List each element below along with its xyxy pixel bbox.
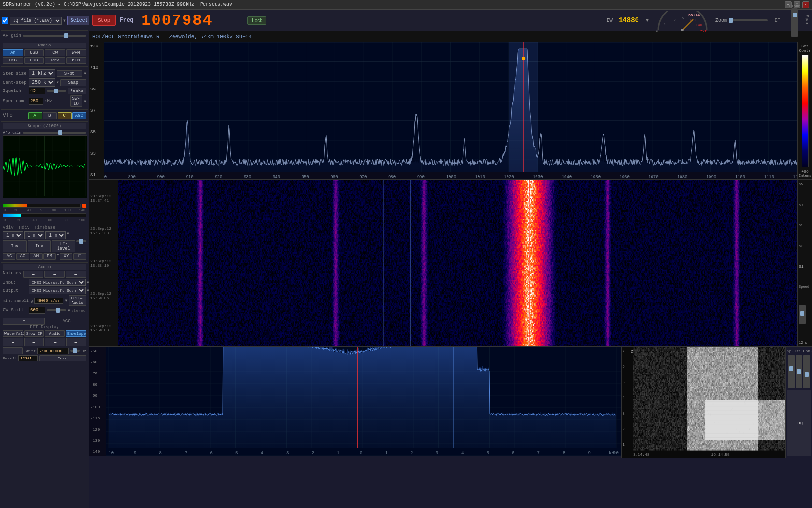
squelch-label: Squelch: [3, 89, 27, 93]
notches-row: Notches ▬ ▬ ▬: [3, 271, 86, 278]
btn2[interactable]: ▬: [24, 338, 44, 346]
speed-slider[interactable]: [799, 305, 806, 324]
notch3-button[interactable]: ▬: [66, 271, 86, 278]
scope-display: [3, 135, 87, 198]
envelope-button[interactable]: Envelope: [66, 330, 86, 337]
btn4[interactable]: ▬: [66, 338, 87, 346]
filter-audio-button[interactable]: Filter Audio: [69, 295, 86, 306]
svg-text:3: 3: [656, 29, 658, 32]
spectrum-input[interactable]: [29, 98, 43, 105]
scope-val-row: 1 mV 1 mV 1 ms ▼: [3, 231, 86, 239]
input-select[interactable]: IMEI Microsoft Soun: [29, 279, 86, 286]
hdiv-select[interactable]: 1 mV: [24, 231, 44, 239]
output-label: Output: [3, 288, 27, 293]
plus-button[interactable]: +: [3, 318, 45, 325]
xy-extra-button[interactable]: □: [73, 253, 86, 260]
show-if-button[interactable]: Show IF: [24, 330, 44, 337]
waterfall-time-labels: 23:Sep:12 15:57:41 23:Sep:12 15:57:38 23…: [89, 180, 118, 346]
cw-shift-row: CW Shift ▼ stereo: [3, 307, 86, 314]
mode-raw[interactable]: RAW: [45, 57, 65, 64]
result-label: Result: [3, 356, 17, 360]
close-button[interactable]: ×: [802, 1, 809, 8]
vfo-gain-slider[interactable]: [23, 132, 86, 134]
xy-button[interactable]: XY: [60, 253, 72, 260]
mode-wfm[interactable]: wFM: [66, 49, 87, 56]
swiq-button[interactable]: Sw-IQ: [70, 95, 82, 107]
snap-button[interactable]: Snap: [60, 79, 86, 86]
sp-int-con-row: Sp. Int. Con.: [787, 349, 811, 353]
output-select[interactable]: IMEI Microsoft Soun: [29, 287, 86, 294]
shift-slider[interactable]: [70, 350, 80, 352]
vfo-c-button[interactable]: C: [58, 112, 72, 119]
sp-slider[interactable]: [788, 355, 795, 388]
am-mode-button[interactable]: AM: [30, 253, 43, 260]
bw-arrow-icon[interactable]: ▼: [645, 18, 650, 23]
int-slider[interactable]: [796, 355, 802, 388]
ac2-button[interactable]: AC: [16, 253, 29, 260]
tb-select[interactable]: 1 ms: [45, 231, 66, 239]
mode-usb[interactable]: USB: [24, 49, 44, 56]
vu-meter-right: [3, 213, 86, 217]
audio-fft-button[interactable]: Audio: [45, 330, 65, 337]
inv2-button[interactable]: Inv: [28, 240, 51, 252]
info-text: HOL/HOL GrootNieuws R - Zeewolde, 74km 1…: [92, 34, 252, 40]
agc-button[interactable]: AGC: [72, 112, 87, 119]
file-type-select[interactable]: IQ file (*.wav): [10, 17, 62, 25]
squelch-slider[interactable]: [47, 90, 66, 92]
lock-button[interactable]: Lock: [247, 16, 266, 25]
cent-step-select[interactable]: 250 kHz: [29, 78, 55, 87]
peaks-button[interactable]: Peaks: [68, 88, 86, 94]
db-10: +10: [90, 65, 103, 70]
vu-fill-right: [3, 214, 21, 217]
cw-shift-input[interactable]: [29, 307, 45, 314]
corr-button[interactable]: Corr: [39, 355, 86, 361]
notch1-button[interactable]: ▬: [23, 271, 44, 278]
spectrum-main-canvas: [104, 42, 798, 179]
vfo-a-button[interactable]: A: [28, 112, 42, 119]
stop-button[interactable]: Stop: [92, 15, 116, 26]
zoom-slider[interactable]: [729, 19, 768, 21]
tr-level-slider[interactable]: [76, 240, 86, 242]
shift-input[interactable]: [37, 348, 69, 354]
audio-spectrum-display: -50-60-70-80-90-100-110-120-130-140: [89, 347, 621, 456]
cw-shift-slider[interactable]: [47, 309, 66, 311]
tr-level-button[interactable]: Tr-level: [52, 240, 75, 252]
speed-label: Speed: [799, 285, 811, 289]
audio-db-labels: -50-60-70-80-90-100-110-120-130-140: [89, 347, 106, 456]
shift-checkbox[interactable]: [3, 347, 23, 354]
vdiv-select[interactable]: 1 mV: [3, 231, 23, 239]
af-gain-slider[interactable]: [23, 35, 86, 37]
mode-am[interactable]: AM: [3, 49, 23, 56]
int-label: Int.: [794, 349, 803, 353]
pm-mode-button[interactable]: PM: [44, 253, 56, 260]
vfo-b-button[interactable]: B: [43, 112, 57, 119]
mode-cw[interactable]: CW: [45, 49, 65, 56]
btn1[interactable]: ▬: [3, 338, 23, 346]
agc-section-label: AGC: [47, 319, 86, 324]
ac1-button[interactable]: AC: [3, 253, 15, 260]
inv1-button[interactable]: Inv: [3, 240, 27, 252]
audio-canvas: [89, 347, 621, 456]
log-button[interactable]: Log: [787, 390, 811, 456]
hz-label: Hz: [81, 349, 86, 353]
fft-display-label: FFT Display: [3, 325, 86, 329]
squelch-input[interactable]: [29, 88, 45, 94]
sampling-input[interactable]: [34, 298, 63, 304]
notch2-button[interactable]: ▬: [44, 271, 65, 278]
waterfall-button[interactable]: Waterfall: [3, 330, 23, 337]
mode-dsb[interactable]: DSB: [3, 57, 23, 64]
iq-checkbox[interactable]: [2, 17, 8, 24]
btn3[interactable]: ▬: [45, 338, 65, 346]
con-slider[interactable]: [803, 355, 810, 388]
result-input[interactable]: [18, 355, 38, 361]
floor-slider[interactable]: [791, 8, 798, 37]
select-button[interactable]: Select: [67, 16, 91, 25]
spt-button[interactable]: S-pt: [57, 70, 82, 77]
step-size-select[interactable]: 1 kHz: [29, 69, 55, 77]
small-y-labels: 7654321: [622, 347, 631, 448]
mode-lsb[interactable]: LSB: [24, 57, 44, 64]
db-s3: S3: [90, 151, 103, 156]
mode-nfm[interactable]: nFM: [66, 57, 87, 64]
smeter-gauge-area: 3 5 7 9 +20 +40 +60 S9+14: [653, 11, 711, 30]
if-label: IF: [771, 18, 783, 23]
